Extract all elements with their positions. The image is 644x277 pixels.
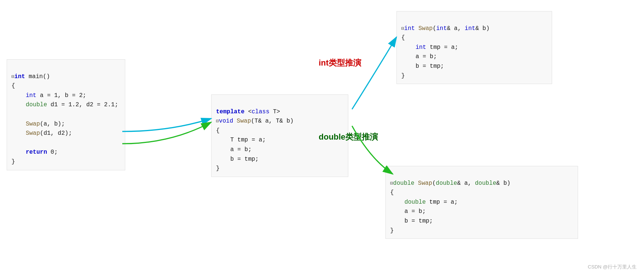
watermark: CSDN @行十万里人生 <box>588 264 637 270</box>
main-code-block: ⊟int main() { int a = 1, b = 2; double d… <box>7 59 125 170</box>
arrow-swap-d1-d2 <box>122 122 211 144</box>
arrow-swap-a-b <box>122 119 211 131</box>
int-swap-code-block: ⊟int Swap(int& a, int& b) { int tmp = a;… <box>396 11 552 84</box>
double-swap-code-block: ⊟double Swap(double& a, double& b) { dou… <box>385 166 578 239</box>
arrow-template-to-int <box>352 37 396 109</box>
int-type-label: int类型推演 <box>319 57 361 69</box>
double-type-label: double类型推演 <box>319 131 378 143</box>
